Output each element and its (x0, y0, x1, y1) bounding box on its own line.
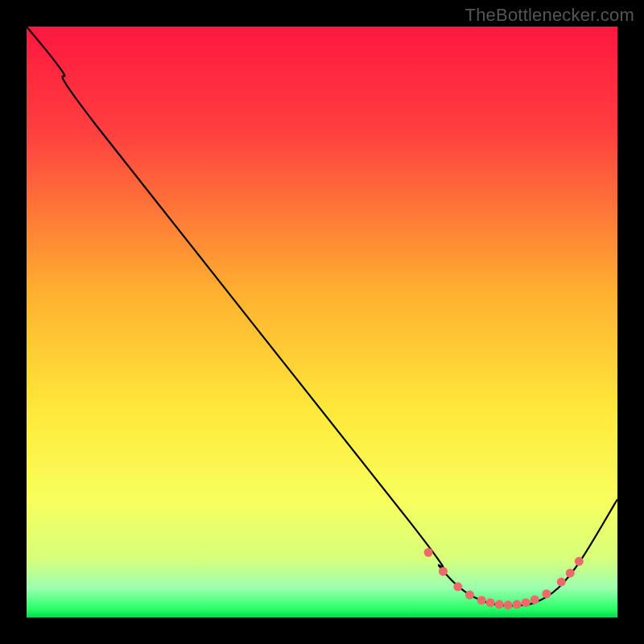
curve-marker (513, 600, 522, 609)
curve-marker (566, 568, 575, 577)
curve-marker (575, 557, 584, 566)
curve-marker (530, 595, 539, 604)
curve-marker (504, 601, 513, 609)
curve-marker (477, 596, 486, 605)
curve-marker (522, 598, 530, 607)
watermark-text: TheBottleneсker.com (465, 5, 634, 26)
plot-background (27, 27, 617, 617)
chart-stage: TheBottleneсker.com (0, 0, 644, 644)
curve-marker (424, 548, 433, 557)
curve-marker (542, 589, 551, 598)
curve-marker (557, 577, 566, 586)
curve-marker (439, 567, 448, 576)
bottleneck-chart (0, 0, 644, 644)
curve-marker (465, 591, 474, 600)
curve-marker (495, 600, 504, 609)
curve-marker (453, 582, 462, 591)
curve-marker (486, 598, 495, 607)
